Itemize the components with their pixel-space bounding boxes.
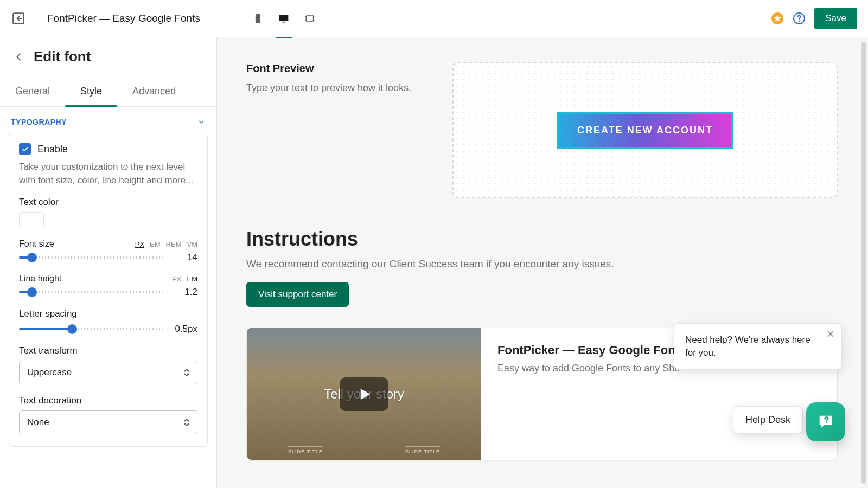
font-preview-canvas[interactable]: CREATE NEW ACCOUNT	[452, 62, 838, 198]
unit-px[interactable]: PX	[135, 240, 144, 248]
svg-point-13	[826, 422, 827, 423]
font-size-value: 14	[170, 252, 197, 263]
device-switcher	[252, 12, 316, 24]
typography-section-label: TYPOGRAPHY	[11, 118, 67, 126]
svg-rect-6	[306, 16, 313, 21]
toast-close-button[interactable]	[826, 329, 835, 338]
line-height-units: PX EM	[172, 275, 197, 283]
select-caret-icon	[184, 369, 189, 376]
text-color-label: Text color	[19, 197, 197, 208]
fullscreen-view-button[interactable]	[304, 12, 316, 24]
enable-checkbox[interactable]	[19, 143, 31, 155]
help-desk-label: Help Desk	[745, 414, 790, 425]
letter-spacing-label: Letter spacing	[19, 309, 197, 319]
exit-icon	[11, 11, 25, 25]
main-panel: Font Preview Type your text to preview h…	[217, 37, 868, 488]
help-desk-button[interactable]: Help Desk	[733, 406, 803, 434]
tab-style[interactable]: Style	[65, 76, 117, 106]
letter-spacing-value: 0.5px	[170, 324, 197, 335]
text-color-swatch[interactable]	[19, 212, 44, 227]
exit-button[interactable]	[0, 0, 37, 37]
visit-support-button[interactable]: Visit support center	[246, 282, 349, 307]
top-bar: FontPicker — Easy Google Fonts Save	[0, 0, 868, 37]
svg-rect-4	[279, 20, 289, 21]
main-scrollbar[interactable]	[861, 42, 866, 484]
slide-label-b: SLIDE TITLE	[405, 446, 440, 454]
play-button[interactable]	[340, 377, 388, 411]
preview-sample-button: CREATE NEW ACCOUNT	[557, 112, 733, 149]
desktop-icon	[278, 13, 289, 24]
help-toast-text: Need help? We're always here for you.	[685, 335, 810, 358]
close-icon	[826, 330, 835, 338]
unit-rem[interactable]: REM	[166, 240, 182, 248]
slide-label-a: SLIDE TITLE	[288, 446, 323, 454]
font-size-slider[interactable]	[19, 253, 163, 262]
sidebar-tabs: General Style Advanced	[0, 76, 216, 107]
chat-help-icon	[816, 413, 835, 431]
select-caret-icon	[184, 419, 189, 426]
text-decoration-value: None	[27, 417, 49, 428]
text-transform-select[interactable]: Uppercase	[19, 361, 197, 384]
lh-unit-px[interactable]: PX	[172, 275, 181, 283]
svg-point-9	[799, 21, 800, 22]
font-preview-title: Font Preview	[246, 62, 431, 75]
line-height-label: Line height	[19, 274, 61, 284]
video-thumbnail[interactable]: RoarTheme FontPicker - H… Tell your stor…	[247, 328, 481, 460]
sidebar-title: Edit font	[34, 48, 91, 65]
text-decoration-select[interactable]: None	[19, 410, 197, 434]
unit-em[interactable]: EM	[150, 240, 161, 248]
tab-general[interactable]: General	[0, 76, 65, 106]
line-height-value: 1.2	[170, 287, 197, 298]
text-transform-value: Uppercase	[27, 367, 72, 378]
app-title: FontPicker — Easy Google Fonts	[47, 12, 200, 24]
back-arrow-icon[interactable]	[13, 51, 25, 63]
text-decoration-label: Text decoration	[19, 395, 197, 406]
svg-rect-5	[282, 22, 285, 23]
svg-point-2	[257, 21, 258, 22]
font-size-units: PX EM REM VM	[135, 240, 197, 248]
expand-icon	[304, 13, 315, 24]
play-icon	[356, 386, 372, 402]
divider	[246, 211, 838, 211]
typography-section-header[interactable]: TYPOGRAPHY	[9, 115, 208, 133]
font-size-label: Font size	[19, 239, 54, 249]
help-toast: Need help? We're always here for you.	[674, 323, 842, 370]
save-button[interactable]: Save	[814, 8, 857, 29]
chevron-down-icon	[197, 118, 206, 126]
text-transform-label: Text transform	[19, 345, 197, 356]
font-preview-subtitle: Type your text to preview how it looks.	[246, 82, 431, 94]
star-icon[interactable]	[771, 12, 784, 25]
mobile-view-button[interactable]	[252, 12, 264, 24]
line-height-slider[interactable]	[19, 288, 163, 297]
check-icon	[21, 145, 29, 153]
help-fab-button[interactable]	[806, 402, 845, 441]
typography-card: Enable Take your customization to the ne…	[9, 133, 208, 447]
instructions-subtitle: We recommend contacting our Client Succe…	[246, 258, 838, 270]
settings-sidebar: Edit font General Style Advanced TYPOGRA…	[0, 37, 217, 488]
tab-advanced[interactable]: Advanced	[117, 76, 191, 106]
help-icon[interactable]	[793, 12, 806, 25]
enable-description: Take your customization to the next leve…	[19, 160, 197, 187]
enable-label: Enable	[37, 144, 68, 155]
unit-vm[interactable]: VM	[187, 240, 198, 248]
instructions-title: Instructions	[246, 228, 838, 251]
lh-unit-em[interactable]: EM	[187, 275, 198, 283]
letter-spacing-slider[interactable]	[19, 325, 163, 333]
desktop-view-button[interactable]	[278, 12, 290, 24]
mobile-icon	[252, 13, 263, 24]
